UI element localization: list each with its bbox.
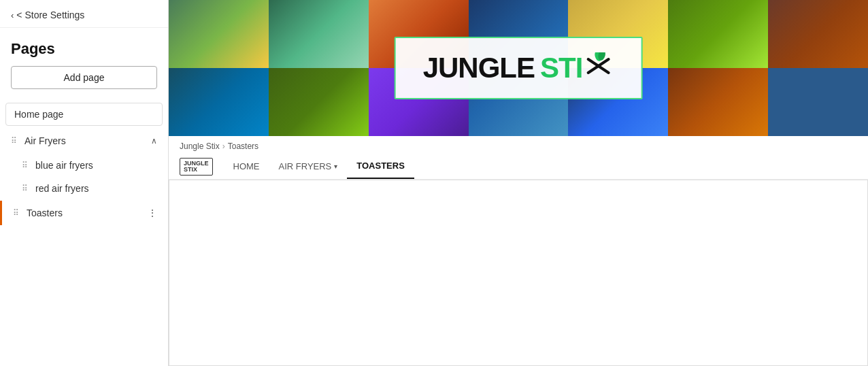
- sidebar-group-air-fryers: ⠿ Air Fryers ∧ ⠿ blue air fryers ⠿ red a…: [0, 129, 168, 199]
- logo-sti-text: STI: [540, 52, 582, 84]
- logo-jungle-text: JUNGLE: [423, 52, 535, 84]
- hero-photo-12: [668, 68, 768, 136]
- sidebar-nav: Home page ⠿ Air Fryers ∧ ⠿ blue air frye…: [0, 100, 168, 366]
- logo-stix-icon: [582, 52, 614, 84]
- drag-handle-icon: ⠿: [11, 136, 18, 146]
- add-page-button[interactable]: Add page: [11, 66, 157, 89]
- hero-banner: JUNGLE STI: [169, 0, 868, 136]
- hero-photo-6: [668, 0, 768, 68]
- more-options-icon[interactable]: ⋮: [148, 207, 157, 218]
- nav-menu-toasters[interactable]: TOASTERS: [347, 154, 414, 179]
- red-air-fryers-label: red air fryers: [35, 183, 89, 194]
- nav-logo-small: JUNGLESTIX: [180, 158, 213, 176]
- hero-photo-9: [269, 68, 369, 136]
- nav-bar: Jungle Stix › Toasters JUNGLESTIX HOME A…: [169, 136, 868, 180]
- chevron-up-icon: ∧: [151, 136, 157, 146]
- page-content-area: [169, 180, 868, 366]
- sidebar-item-red-air-fryers[interactable]: ⠿ red air fryers: [14, 178, 165, 199]
- air-fryers-label: Air Fryers: [24, 135, 147, 146]
- breadcrumb-jungle-stix[interactable]: Jungle Stix: [180, 142, 220, 151]
- hero-photo-2: [269, 0, 369, 68]
- back-chevron-icon: ‹: [11, 10, 14, 20]
- main-content: JUNGLE STI Jungle Stix › Toasters: [169, 0, 868, 366]
- nav-menu-home[interactable]: HOME: [224, 154, 269, 178]
- dropdown-arrow-icon: ▾: [334, 163, 337, 170]
- breadcrumb-toasters: Toasters: [228, 142, 258, 151]
- sidebar-item-home-page[interactable]: Home page: [5, 103, 163, 126]
- drag-handle-icon: ⠿: [22, 184, 29, 193]
- store-settings-link[interactable]: ‹ < Store Settings: [0, 0, 168, 28]
- breadcrumb-separator: ›: [222, 142, 225, 151]
- sidebar: ‹ < Store Settings Pages Add page Home p…: [0, 0, 169, 366]
- sidebar-item-blue-air-fryers[interactable]: ⠿ blue air fryers: [14, 154, 165, 176]
- blue-air-fryers-label: blue air fryers: [35, 160, 93, 171]
- air-fryers-children: ⠿ blue air fryers ⠿ red air fryers: [0, 154, 168, 199]
- breadcrumb: Jungle Stix › Toasters: [180, 136, 857, 154]
- drag-handle-icon: ⠿: [13, 208, 20, 218]
- sidebar-item-toasters[interactable]: ⠿ Toasters ⋮: [0, 201, 168, 225]
- hero-photo-7: [768, 0, 868, 68]
- pages-heading: Pages: [0, 28, 168, 66]
- nav-menu-air-fryers[interactable]: AIR FRYERS ▾: [269, 154, 348, 178]
- nav-menu-row: JUNGLESTIX HOME AIR FRYERS ▾ TOASTERS: [180, 154, 857, 179]
- air-fryers-nav-label: AIR FRYERS: [279, 161, 332, 171]
- store-settings-label: < Store Settings: [16, 10, 84, 20]
- home-page-label: Home page: [14, 109, 63, 120]
- hero-logo: JUNGLE STI: [395, 37, 643, 99]
- drag-handle-icon: ⠿: [22, 161, 29, 170]
- hero-photo-1: [169, 0, 269, 68]
- hero-photo-8: [169, 68, 269, 136]
- sidebar-item-air-fryers[interactable]: ⠿ Air Fryers ∧: [0, 129, 168, 153]
- toasters-label: Toasters: [27, 207, 63, 218]
